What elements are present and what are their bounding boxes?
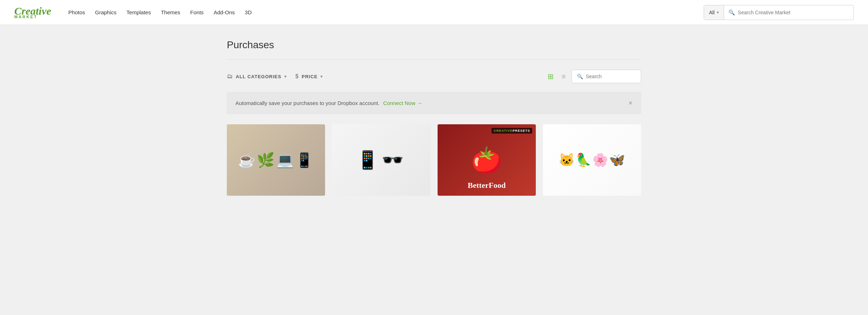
close-banner-button[interactable]: × xyxy=(628,99,633,107)
page-title: Purchases xyxy=(227,39,641,51)
nav-item-templates[interactable]: Templates xyxy=(126,9,151,15)
logo-market-text: MARKET xyxy=(14,15,51,19)
price-filter-button[interactable]: $ PRICE ▾ xyxy=(295,73,323,80)
nav-item-photos[interactable]: Photos xyxy=(68,9,85,15)
main-content: Purchases 🗂 ALL CATEGORIES ▾ $ PRICE ▾ ⊞… xyxy=(220,25,648,210)
dollar-icon: $ xyxy=(295,73,299,80)
product-image xyxy=(332,124,430,196)
header: Creative MARKET Photos Graphics Template… xyxy=(0,0,868,25)
connect-now-link[interactable]: Connect Now → xyxy=(383,100,422,106)
nav-item-graphics[interactable]: Graphics xyxy=(95,9,116,15)
logo[interactable]: Creative MARKET xyxy=(14,6,51,19)
product-card[interactable] xyxy=(227,124,325,196)
divider xyxy=(227,59,641,60)
product-image: CREATIVEPRESETS BetterFood xyxy=(438,124,536,196)
search-icon: 🔍 xyxy=(728,9,735,16)
product-card[interactable] xyxy=(332,124,430,196)
product-overlay-title: BetterFood xyxy=(438,181,536,190)
search-category-selector[interactable]: All ▾ xyxy=(704,5,724,20)
dropbox-banner-text: Automatically save your purchases to you… xyxy=(235,100,422,106)
nav-item-themes[interactable]: Themes xyxy=(161,9,180,15)
product-card[interactable] xyxy=(543,124,641,196)
categories-filter-label: ALL CATEGORIES xyxy=(236,74,281,79)
filters-left: 🗂 ALL CATEGORIES ▾ $ PRICE ▾ xyxy=(227,73,323,80)
filters-bar: 🗂 ALL CATEGORIES ▾ $ PRICE ▾ ⊞ ≡ 🔍 xyxy=(227,70,641,83)
nav-item-fonts[interactable]: Fonts xyxy=(190,9,204,15)
purchases-search-input[interactable] xyxy=(586,74,636,79)
chevron-down-icon: ▾ xyxy=(717,10,719,14)
price-filter-label: PRICE xyxy=(302,74,318,79)
nav-item-3d[interactable]: 3D xyxy=(245,9,251,15)
product-image xyxy=(543,124,641,196)
price-chevron-icon: ▾ xyxy=(320,74,323,79)
product-card[interactable]: CREATIVEPRESETS BetterFood xyxy=(438,124,536,196)
global-search-bar: All ▾ 🔍 xyxy=(704,5,854,20)
list-view-button[interactable]: ≡ xyxy=(559,70,568,83)
categories-chevron-icon: ▾ xyxy=(284,74,287,79)
main-nav: Photos Graphics Templates Themes Fonts A… xyxy=(68,9,692,15)
grid-view-button[interactable]: ⊞ xyxy=(545,70,556,83)
product-grid: CREATIVEPRESETS BetterFood xyxy=(227,124,641,196)
search-filter-icon: 🔍 xyxy=(577,74,583,79)
dropbox-banner: Automatically save your purchases to you… xyxy=(227,92,641,114)
search-input[interactable] xyxy=(738,10,849,15)
search-input-wrap: 🔍 xyxy=(724,9,853,16)
purchases-search-bar: 🔍 xyxy=(572,70,641,83)
nav-item-addons[interactable]: Add-Ons xyxy=(214,9,235,15)
product-image xyxy=(227,124,325,196)
filters-right: ⊞ ≡ 🔍 xyxy=(545,70,641,83)
folder-icon: 🗂 xyxy=(227,73,233,80)
search-category-label: All xyxy=(709,10,715,15)
categories-filter-button[interactable]: 🗂 ALL CATEGORIES ▾ xyxy=(227,73,287,80)
product-badge: CREATIVEPRESETS xyxy=(492,128,532,134)
